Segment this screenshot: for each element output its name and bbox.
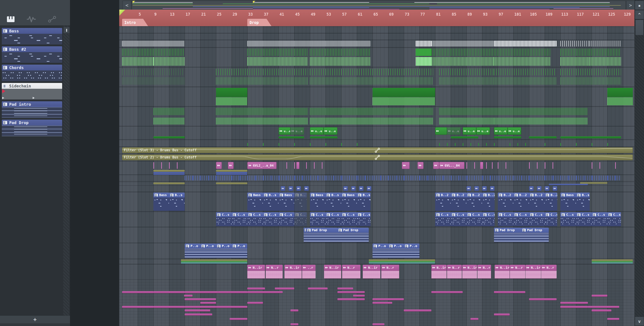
clip-pattern-blue[interactable]: B..s <box>326 192 341 211</box>
clip-green-bar[interactable] <box>529 136 556 138</box>
clip-crash-tick[interactable] <box>576 143 577 146</box>
sfx-note-bar[interactable] <box>230 318 247 320</box>
pattern-item-pad-drop[interactable]: Pad Drop <box>2 120 62 136</box>
clip-sfx-audio[interactable]: N..ir <box>462 265 477 278</box>
clip-crash-tick[interactable] <box>326 143 326 146</box>
clip-pattern-blue[interactable]: B..s <box>169 192 185 211</box>
sfx-note-bar[interactable] <box>200 302 216 304</box>
clip-flute-chip[interactable] <box>529 186 534 191</box>
clip-crash-tick[interactable] <box>247 143 248 146</box>
clip-vocal-audio[interactable] <box>216 162 222 169</box>
clip-crash-tick[interactable] <box>518 143 518 146</box>
clip-sidechain[interactable] <box>560 41 590 46</box>
sfx-note-bar[interactable] <box>218 291 247 293</box>
clip-sfx-audio[interactable]: N..ir <box>431 265 446 278</box>
clip-pattern-blue[interactable]: C..s <box>607 212 621 226</box>
clip-vocal-audio[interactable]: GVL.._04 <box>439 162 465 169</box>
sfx-note-bar[interactable] <box>122 306 154 308</box>
clip-vocal-tick[interactable] <box>600 162 600 169</box>
clip-pattern-blue[interactable]: C..s <box>560 212 576 226</box>
sfx-note-bar[interactable] <box>275 288 294 290</box>
clip-snare[interactable] <box>216 68 308 86</box>
clip-hat[interactable] <box>154 107 185 126</box>
lane-strip-blue[interactable] <box>216 174 247 175</box>
sfx-note-bar[interactable] <box>247 288 265 290</box>
clip-sfx-audio[interactable]: N..r <box>266 265 282 278</box>
clip-clap[interactable] <box>607 88 633 106</box>
clip-flute-chip[interactable] <box>304 186 309 191</box>
clip-pattern-blue[interactable]: B..s <box>263 192 278 211</box>
lane-strip-olive[interactable] <box>154 170 185 172</box>
clip-vocal-tick[interactable] <box>294 162 295 169</box>
clip-kick[interactable] <box>247 48 308 66</box>
lane-strip-olive[interactable] <box>580 182 608 184</box>
clip-vocal-tick[interactable] <box>537 162 538 169</box>
clip-sfx-audio[interactable]: N..ir <box>284 265 302 278</box>
clip-vocal-audio[interactable] <box>228 162 234 169</box>
clip-hat[interactable] <box>439 107 494 126</box>
clip-vocal-tick[interactable] <box>529 162 530 169</box>
clip-vocal-tick[interactable] <box>177 162 178 169</box>
clip-pattern-blue[interactable]: C..s <box>545 212 557 226</box>
clip-pattern-blue[interactable]: B..2 <box>435 192 451 211</box>
clip-instrument-ticks[interactable] <box>185 176 621 180</box>
clip-pattern-blue[interactable]: P..o <box>185 244 200 258</box>
sfx-note-bar[interactable] <box>185 310 210 312</box>
clip-pattern-blue[interactable]: P..o <box>232 244 247 258</box>
clip-pattern-blue[interactable]: Pad Drop <box>306 228 338 242</box>
clip-pattern-blue[interactable]: Pad Drop <box>521 228 549 242</box>
clip-crash-tick[interactable] <box>357 143 358 146</box>
clip-pattern-blue[interactable]: P..o <box>216 244 232 258</box>
clip-vocal-tick[interactable] <box>545 162 546 169</box>
clip-sfx-audio[interactable]: N..r <box>478 265 491 278</box>
clip-kick[interactable] <box>494 48 551 66</box>
clip-flute-chip[interactable] <box>351 186 356 191</box>
clip-flute-chip[interactable] <box>281 186 285 191</box>
clip-clap[interactable] <box>372 88 435 106</box>
piano-view-icon[interactable] <box>7 16 15 22</box>
clip-kick[interactable] <box>431 48 494 66</box>
clip-flute-chip[interactable] <box>466 186 471 191</box>
sfx-note-bar[interactable] <box>216 306 247 308</box>
sfx-note-bar[interactable] <box>185 314 212 316</box>
pattern-header[interactable]: Chords <box>2 64 62 70</box>
clip-sfx-audio[interactable]: N..ir <box>495 265 510 278</box>
sfx-note-bar[interactable] <box>404 310 431 312</box>
clip-pattern-blue[interactable] <box>304 228 306 242</box>
clip-vocal-tick[interactable] <box>498 162 498 169</box>
clip-crash-tick[interactable] <box>263 143 264 146</box>
sfx-note-bar[interactable] <box>470 318 478 320</box>
clip-flute-chip[interactable] <box>552 186 557 191</box>
clip-vocal-tick[interactable] <box>486 162 487 169</box>
pattern-item-bass-2[interactable]: Bass #2 <box>2 46 62 63</box>
clip-pattern-blue[interactable]: C..s <box>216 212 232 226</box>
clip-crash-tick[interactable] <box>478 143 479 146</box>
clip-automation[interactable]: Filter (Slot 3) - Drums Bus - Cutoff <box>122 147 633 153</box>
clip-pattern-blue[interactable]: P..o <box>372 244 388 258</box>
clip-sidechain[interactable] <box>431 41 494 46</box>
clip-pattern-blue[interactable]: P..o <box>200 244 216 258</box>
clip-kick[interactable] <box>560 48 590 66</box>
clip-sfx-audio[interactable]: N..ir <box>526 265 541 278</box>
sfx-note-bar[interactable] <box>588 306 619 308</box>
clip-pattern-blue[interactable]: C..s <box>592 212 607 226</box>
clip-pattern-blue[interactable]: B..s <box>576 192 590 211</box>
sfx-note-bar[interactable] <box>431 291 463 293</box>
clip-flute-chip[interactable] <box>343 186 348 191</box>
pattern-header[interactable]: Bass #2 <box>2 46 62 52</box>
pattern-header[interactable]: Pad Drop <box>2 120 62 126</box>
clip-pattern-blue[interactable]: Bass <box>310 192 326 211</box>
clip-green-bar[interactable] <box>278 136 304 138</box>
clip-vocal-tick-wide[interactable] <box>296 162 300 169</box>
playlist-grid[interactable]: u..eu..eu..eu..eu..eu..eu..eu..eu..eFilt… <box>119 26 634 326</box>
clip-vocal-audio[interactable]: GVL2_..a_04 <box>247 162 276 169</box>
sfx-note-bar[interactable] <box>353 295 365 297</box>
clip-pattern-blue[interactable]: Bass <box>154 192 169 211</box>
clip-vocal-audio[interactable] <box>418 162 423 169</box>
sfx-note-bar[interactable] <box>247 291 283 293</box>
clip-sidechain[interactable] <box>247 41 370 46</box>
timeline-marker-drop[interactable]: Drop <box>247 19 272 26</box>
clip-pattern-blue[interactable]: C..s <box>310 212 326 226</box>
clip-flute-chip[interactable] <box>490 186 495 191</box>
clip-kick[interactable] <box>590 48 621 66</box>
